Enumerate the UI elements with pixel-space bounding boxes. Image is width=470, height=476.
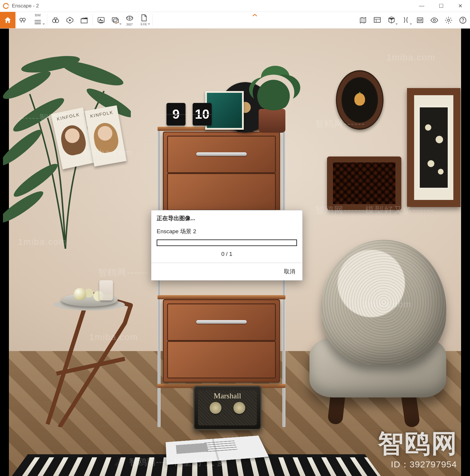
screenshot-icon <box>97 16 105 24</box>
bottom-drawers <box>163 299 280 383</box>
svg-point-22 <box>59 56 125 90</box>
svg-point-17 <box>447 19 449 21</box>
export-cancel-button[interactable]: 取消 <box>284 268 295 275</box>
bim-label: BIM <box>35 14 41 17</box>
svg-point-20 <box>3 67 54 103</box>
app-icon <box>3 3 9 9</box>
screenshot-button[interactable] <box>94 12 108 28</box>
window-title: Enscape - 2 <box>12 3 39 9</box>
settings-button[interactable] <box>441 12 456 28</box>
home-icon <box>4 16 12 24</box>
export-dialog-scene: Enscape 场景 2 <box>151 226 302 238</box>
eye-icon <box>430 16 438 24</box>
main-toolbar: BIM 360° EXE <box>0 12 470 29</box>
glass <box>99 280 113 300</box>
flip-clock: 9 10 <box>166 103 212 126</box>
svg-point-14 <box>419 20 421 21</box>
toolbar-collapse-toggle[interactable] <box>154 12 356 28</box>
gear-icon <box>444 16 453 24</box>
help-button[interactable] <box>456 12 470 28</box>
svg-point-4 <box>69 19 71 21</box>
svg-point-1 <box>23 18 25 21</box>
window-minimize-button[interactable]: — <box>412 0 431 12</box>
armchair <box>304 240 452 424</box>
window-titlebar: Enscape - 2 — ☐ ✕ <box>0 0 470 12</box>
right-wall-frame <box>407 88 460 207</box>
perspective-icon <box>66 16 74 24</box>
side-table <box>36 270 137 427</box>
svg-point-25 <box>3 126 45 169</box>
asset-library-icon <box>373 16 381 24</box>
collab-icon <box>402 16 410 24</box>
perspective-button[interactable] <box>63 12 77 28</box>
svg-rect-9 <box>114 19 118 23</box>
lattice-wall-frame <box>327 156 401 210</box>
help-icon <box>459 16 467 24</box>
clock-right-digit: 10 <box>193 103 212 126</box>
map-button[interactable] <box>356 12 370 28</box>
speaker-brand: Marshall <box>214 392 241 400</box>
svg-point-19 <box>463 21 463 22</box>
presets-button[interactable] <box>413 12 427 28</box>
collab-button[interactable] <box>399 12 413 28</box>
svg-point-13 <box>418 19 419 21</box>
svg-point-21 <box>20 53 81 76</box>
svg-rect-8 <box>112 17 117 21</box>
speaker: Marshall <box>193 386 262 430</box>
export-exe-icon <box>140 14 148 22</box>
svg-point-27 <box>3 187 46 227</box>
bim-lines-icon <box>34 18 42 26</box>
svg-rect-6 <box>98 17 104 22</box>
asset-library-button[interactable] <box>370 12 384 28</box>
panorama-button[interactable]: 360° <box>122 12 137 28</box>
magazine-1-title: KINFOLK <box>56 112 80 122</box>
export-dialog: 正在导出图像... Enscape 场景 2 0 / 1 取消 <box>151 210 303 281</box>
manage-views-button[interactable] <box>15 12 30 28</box>
render-viewport[interactable]: 9 10 KINFOLK KINFOLK Mars <box>0 29 470 476</box>
panorama-icon <box>125 14 134 22</box>
magazine-2-title: KINFOLK <box>90 109 114 118</box>
svg-point-15 <box>421 19 422 20</box>
exe-label: EXE <box>141 23 147 26</box>
export-progress-bar <box>157 239 297 246</box>
svg-point-26 <box>10 160 61 201</box>
window-maximize-button[interactable]: ☐ <box>431 0 451 12</box>
svg-point-16 <box>433 19 436 21</box>
sliders-icon <box>416 16 424 24</box>
plant-pot <box>259 109 285 133</box>
map-icon <box>359 16 367 24</box>
batch-render-button[interactable] <box>108 12 122 28</box>
window-close-button[interactable]: ✕ <box>451 0 470 12</box>
visibility-button[interactable] <box>427 12 441 28</box>
pin-location-icon <box>18 16 27 24</box>
svg-point-0 <box>20 18 23 21</box>
clapperboard-icon <box>80 16 88 24</box>
box-button[interactable] <box>384 12 399 28</box>
watermark: 1miba.com <box>18 237 67 247</box>
svg-rect-5 <box>81 19 87 23</box>
cube-icon <box>387 16 396 24</box>
home-button[interactable] <box>0 12 15 28</box>
svg-rect-11 <box>374 17 381 22</box>
export-dialog-title: 正在导出图像... <box>151 210 302 226</box>
top-drawers <box>163 131 280 215</box>
clock-left-digit: 9 <box>166 103 186 126</box>
binoculars-icon <box>51 16 60 24</box>
oval-wall-frame <box>336 70 383 130</box>
watermark: 1miba.com <box>386 52 436 62</box>
pano-label: 360° <box>126 23 133 26</box>
rendered-scene: 9 10 KINFOLK KINFOLK Mars <box>0 29 470 476</box>
export-exe-button[interactable]: EXE <box>137 12 151 28</box>
binoculars-button[interactable] <box>48 12 63 28</box>
batch-render-icon <box>111 16 120 24</box>
export-progress-text: 0 / 1 <box>151 248 302 263</box>
video-button[interactable] <box>77 12 91 28</box>
chevron-up-icon <box>252 13 258 17</box>
bim-mode-button[interactable]: BIM <box>30 12 46 28</box>
